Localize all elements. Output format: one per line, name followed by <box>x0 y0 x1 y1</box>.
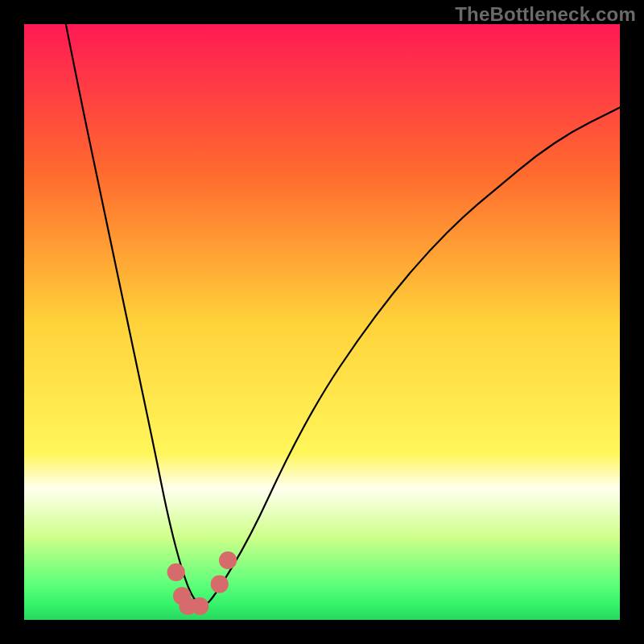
marker-dot <box>211 576 229 593</box>
curve-layer <box>24 24 620 620</box>
marker-dot <box>167 564 185 581</box>
marker-dot <box>219 551 237 569</box>
chart-frame: TheBottleneck.com <box>0 0 644 644</box>
marker-dot <box>191 597 208 615</box>
bottleneck-curve <box>66 24 620 605</box>
watermark-text: TheBottleneck.com <box>455 3 636 26</box>
marker-group <box>167 551 237 615</box>
plot-area <box>24 24 620 620</box>
